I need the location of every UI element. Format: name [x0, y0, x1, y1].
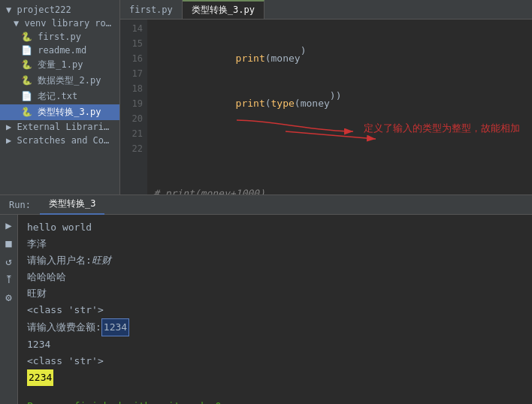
tab-type3-py[interactable]: 类型转换_3.py	[183, 0, 264, 19]
run-tabs: Run: 类型转换_3	[0, 195, 532, 215]
file-icon: 🐍	[21, 107, 38, 117]
var-money: money	[301, 96, 330, 111]
tree-item-scratches[interactable]: ▶ Scratches and Consoles	[0, 134, 119, 147]
tree-item-first[interactable]: 🐍 first.py	[0, 30, 119, 44]
rerun-btn[interactable]: ↺	[2, 254, 17, 269]
tab-first-py[interactable]: first.py	[120, 0, 183, 19]
output-text: 旺财	[27, 285, 47, 302]
output-1234: 1234	[27, 336, 523, 353]
comment-17: # print(money+1000)	[153, 186, 265, 194]
expand-icon: ▶	[6, 135, 17, 146]
func-type: type	[271, 96, 295, 111]
tree-label: venv library root	[24, 18, 116, 29]
output-wangcai: 旺财	[27, 285, 523, 302]
output-text: hello world	[27, 219, 92, 236]
output-text: 请输入用户名:	[27, 252, 92, 269]
output-text: 1234	[27, 336, 50, 353]
scroll-top-btn[interactable]: ⤒	[2, 272, 17, 287]
output-process: Process finished with exit code 0	[27, 398, 523, 404]
output-fee-value: 1234	[101, 318, 129, 336]
output-text: <class 'str'>	[27, 353, 104, 369]
output-text: <class 'str'>	[27, 302, 104, 318]
output-username-prompt: 请输入用户名:旺财	[27, 252, 523, 269]
code-line-16	[153, 141, 526, 156]
func-name: print	[236, 96, 265, 111]
file-icon: 🐍	[21, 75, 38, 86]
func-name: print	[236, 51, 265, 66]
project-tree: ▼ project222 ▼ venv library root 🐍 first…	[0, 0, 120, 194]
run-tab-label: 类型转换_3	[49, 197, 95, 210]
run-content-wrapper: ▶ ■ ↺ ⤒ ⚙ hello world 李泽 请输入用户名:旺财 哈哈哈哈 …	[0, 215, 532, 404]
tree-item-readme[interactable]: 📄 readme.md	[0, 44, 119, 57]
settings-btn[interactable]: ⚙	[2, 290, 17, 305]
file-icon: 🐍	[21, 32, 38, 42]
run-btn[interactable]: ▶	[2, 218, 17, 233]
output-2234: 2234	[27, 369, 523, 386]
tree-label: 数据类型_2.py	[38, 75, 101, 86]
output-hello: hello world	[27, 219, 523, 236]
tree-label: 类型转换_3.py	[38, 107, 101, 117]
output-class-str1: <class 'str'>	[27, 302, 523, 318]
expand-icon: ▶	[6, 122, 17, 132]
tree-item-venv[interactable]: ▼ venv library root	[0, 17, 119, 30]
file-icon: 📄	[21, 91, 38, 101]
code-editor: first.py 类型转换_3.py 14 15 16 17 18 19 20 …	[120, 0, 532, 194]
tree-label: first.py	[38, 32, 81, 42]
output-process-text: Process finished with exit code 0	[27, 398, 221, 404]
file-icon: 🐍	[21, 59, 38, 70]
tree-label: Scratches and Consoles	[17, 135, 119, 146]
tree-label: readme.md	[38, 45, 86, 56]
tree-label: External Libraries	[17, 122, 114, 132]
output-hahaha: 哈哈哈哈	[27, 269, 523, 285]
tree-item-project[interactable]: ▼ project222	[0, 3, 119, 17]
tab-type3-run[interactable]: 类型转换_3	[40, 195, 104, 215]
tree-label: project222	[17, 5, 71, 15]
tree-label: 老记.txt	[38, 91, 77, 101]
output-spacer	[27, 386, 523, 392]
annotation-text: 定义了输入的类型为整型，故能相加	[359, 120, 524, 137]
run-toolbar: ▶ ■ ↺ ⤒ ⚙	[0, 215, 18, 404]
tree-item-var1[interactable]: 🐍 变量_1.py	[0, 57, 119, 73]
line-numbers: 14 15 16 17 18 19 20 21 22	[120, 20, 147, 194]
output-username-value: 旺财	[92, 252, 111, 269]
run-output: hello world 李泽 请输入用户名:旺财 哈哈哈哈 旺财 <class …	[18, 215, 532, 404]
code-line-15: print(type(money))	[153, 96, 526, 111]
output-text: 哈哈哈哈	[27, 269, 66, 285]
run-label: Run:	[9, 200, 31, 210]
stop-btn[interactable]: ■	[2, 236, 17, 251]
output-text: 请输入缴费金额:	[27, 319, 101, 336]
code-line-14: print(money)	[153, 51, 526, 66]
tree-item-data2[interactable]: 🐍 数据类型_2.py	[0, 73, 119, 89]
var-money: money	[271, 51, 301, 66]
tree-label: 变量_1.py	[38, 59, 83, 70]
code-line-17: # print(money+1000)	[153, 186, 526, 194]
output-fee-prompt: 请输入缴费金额:1234	[27, 318, 523, 336]
tree-item-note[interactable]: 📄 老记.txt	[0, 89, 119, 104]
editor-tabs: first.py 类型转换_3.py	[120, 0, 532, 20]
run-panel: Run: 类型转换_3 ▶ ■ ↺ ⤒ ⚙ hello world 李泽 请输入…	[0, 195, 532, 404]
code-lines[interactable]: print(money) print(type(money)) # print(…	[147, 20, 532, 194]
editor-area: ▼ project222 ▼ venv library root 🐍 first…	[0, 0, 532, 195]
tab-run-label: Run:	[0, 197, 40, 213]
expand-icon: ▼	[14, 18, 24, 29]
code-content: 14 15 16 17 18 19 20 21 22 print(money) …	[120, 20, 532, 194]
output-yellow-highlight: 2234	[27, 369, 53, 386]
output-class-str2: <class 'str'>	[27, 353, 523, 369]
tab-label: first.py	[129, 5, 173, 15]
tree-item-ext-libs[interactable]: ▶ External Libraries	[0, 120, 119, 134]
tree-item-type3[interactable]: 🐍 类型转换_3.py	[0, 104, 119, 120]
file-icon: 📄	[21, 45, 38, 56]
expand-icon: ▼	[6, 5, 17, 15]
output-name: 李泽	[27, 236, 523, 252]
output-text: 李泽	[27, 236, 47, 252]
tab-label: 类型转换_3.py	[192, 4, 255, 17]
